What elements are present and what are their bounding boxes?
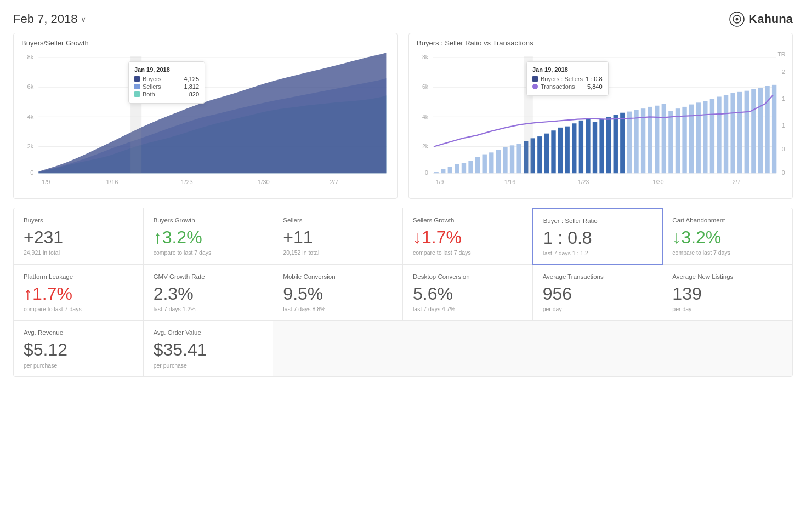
svg-rect-60 xyxy=(606,117,611,173)
svg-rect-73 xyxy=(696,102,701,173)
svg-rect-59 xyxy=(599,119,604,174)
empty-4 xyxy=(662,321,792,376)
svg-rect-41 xyxy=(475,157,480,173)
svg-text:2/7: 2/7 xyxy=(733,179,741,185)
svg-rect-68 xyxy=(662,104,666,174)
svg-rect-39 xyxy=(462,163,466,173)
avg-new-listings-value: 139 xyxy=(672,284,782,304)
svg-text:0: 0 xyxy=(30,170,33,176)
svg-rect-71 xyxy=(682,107,686,173)
svg-rect-80 xyxy=(745,91,749,174)
empty-2 xyxy=(403,321,533,376)
metric-avg-revenue: Avg. Revenue $5.12 per purchase xyxy=(14,321,144,376)
svg-rect-74 xyxy=(703,101,707,173)
tooltip-row-sellers: Sellers 1,812 xyxy=(134,83,199,90)
ratio-value: 1 : 0.8 xyxy=(586,76,603,82)
logo-icon xyxy=(729,11,745,27)
chart2-title: Buyers : Seller Ratio vs Transactions xyxy=(417,39,785,47)
sellers-label: Sellers xyxy=(143,83,181,90)
svg-text:0: 0 xyxy=(425,169,428,176)
sellers-metric-sub: 20,152 in total xyxy=(283,249,393,256)
metric-sellers: Sellers +11 20,152 in total xyxy=(273,208,403,265)
sellers-metric-label: Sellers xyxy=(283,217,393,224)
metric-mobile-conversion: Mobile Conversion 9.5% last 7 days 8.8% xyxy=(273,265,403,321)
transactions-label: Transactions xyxy=(541,83,584,90)
avg-revenue-sub: per purchase xyxy=(24,362,133,369)
metric-buyers-growth: Buyers Growth ↑3.2% compare to last 7 da… xyxy=(144,208,274,265)
platform-leakage-label: Platform Leakage xyxy=(24,273,133,280)
svg-rect-51 xyxy=(544,134,549,174)
svg-rect-53 xyxy=(558,128,563,173)
date-selector[interactable]: Feb 7, 2018 ∨ xyxy=(13,12,86,26)
svg-rect-40 xyxy=(468,161,473,174)
metric-avg-transactions: Average Transactions 956 per day xyxy=(533,265,663,321)
page-header: Feb 7, 2018 ∨ Kahuna xyxy=(13,11,793,27)
svg-text:1/9: 1/9 xyxy=(42,179,50,185)
mobile-conversion-label: Mobile Conversion xyxy=(283,273,393,280)
metric-avg-new-listings: Average New Listings 139 per day xyxy=(662,265,792,321)
empty-1 xyxy=(273,321,403,376)
svg-rect-38 xyxy=(455,164,459,173)
sellers-growth-sub: compare to last 7 days xyxy=(413,249,523,256)
tooltip-row-ratio: Buyers : Sellers 1 : 0.8 xyxy=(532,76,603,82)
gmv-growth-value: 2.3% xyxy=(154,284,263,304)
gmv-growth-sub: last 7 days 1.2% xyxy=(154,306,263,312)
svg-text:1/30: 1/30 xyxy=(258,179,270,185)
metric-cart-abandonment: Cart Abandonment ↓3.2% compare to last 7… xyxy=(662,208,792,265)
svg-rect-57 xyxy=(586,118,590,174)
avg-transactions-value: 956 xyxy=(543,284,652,304)
buyers-growth-label: Buyers Growth xyxy=(154,217,263,224)
metric-avg-order-value: Avg. Order Value $35.41 per purchase xyxy=(144,321,274,376)
svg-text:8k: 8k xyxy=(422,54,429,60)
svg-point-2 xyxy=(736,18,739,21)
svg-rect-43 xyxy=(489,152,493,173)
cart-abandonment-label: Cart Abandonment xyxy=(672,217,782,224)
empty-3 xyxy=(533,321,663,376)
ratio-label: Buyers : Sellers xyxy=(541,76,583,82)
svg-text:1/9: 1/9 xyxy=(436,179,444,185)
svg-rect-70 xyxy=(676,108,680,173)
svg-rect-45 xyxy=(503,147,507,174)
gmv-growth-label: GMV Growth Rate xyxy=(154,273,263,280)
avg-new-listings-label: Average New Listings xyxy=(672,273,782,280)
svg-text:2k: 2k xyxy=(422,143,429,150)
svg-rect-84 xyxy=(772,85,776,173)
sellers-growth-value: ↓1.7% xyxy=(413,228,523,247)
cart-abandonment-value: ↓3.2% xyxy=(672,228,782,247)
buyers-metric-value: +231 xyxy=(24,228,133,247)
avg-order-value-value: $35.41 xyxy=(154,340,263,359)
svg-rect-79 xyxy=(737,92,742,173)
svg-rect-46 xyxy=(510,145,514,173)
svg-rect-62 xyxy=(620,113,625,174)
metric-buyer-seller-ratio: Buyer : Seller Ratio 1 : 0.8 last 7 days… xyxy=(532,208,663,265)
svg-rect-76 xyxy=(717,97,721,174)
desktop-conversion-sub: last 7 days 4.7% xyxy=(413,306,523,312)
both-color-dot xyxy=(134,91,140,97)
buyers-growth-sub: compare to last 7 days xyxy=(154,249,263,256)
tooltip-row-buyers: Buyers 4,125 xyxy=(134,76,199,82)
both-label: Both xyxy=(143,91,186,98)
svg-rect-81 xyxy=(751,89,756,173)
svg-rect-77 xyxy=(724,95,728,173)
chart1-tooltip-date: Jan 19, 2018 xyxy=(134,66,199,73)
svg-rect-69 xyxy=(668,111,673,174)
desktop-conversion-label: Desktop Conversion xyxy=(413,273,523,280)
buyers-growth-value: ↑3.2% xyxy=(154,228,263,247)
metric-gmv-growth: GMV Growth Rate 2.3% last 7 days 1.2% xyxy=(144,265,274,321)
svg-text:1/23: 1/23 xyxy=(181,179,193,185)
avg-new-listings-sub: per day xyxy=(672,306,782,312)
avg-order-value-label: Avg. Order Value xyxy=(154,329,263,336)
tooltip-row-transactions: Transactions 5,840 xyxy=(532,83,603,90)
svg-rect-44 xyxy=(496,150,501,173)
chart2-area: 8k 6k 4k 2k 0 TRX 2k 1.5k 1k 0.5k 0 xyxy=(417,50,785,193)
chart1-title: Buyers/Seller Growth xyxy=(21,39,389,47)
svg-text:4k: 4k xyxy=(422,113,429,119)
svg-rect-55 xyxy=(572,123,576,173)
both-value: 820 xyxy=(189,91,199,98)
svg-rect-37 xyxy=(448,167,452,173)
date-label: Feb 7, 2018 xyxy=(13,12,77,26)
svg-text:0.5k: 0.5k xyxy=(782,146,785,152)
avg-revenue-label: Avg. Revenue xyxy=(24,329,133,336)
svg-text:2k: 2k xyxy=(27,143,34,150)
buyers-seller-growth-chart: Buyers/Seller Growth 8k 6k 4k 2k 0 xyxy=(13,33,398,199)
